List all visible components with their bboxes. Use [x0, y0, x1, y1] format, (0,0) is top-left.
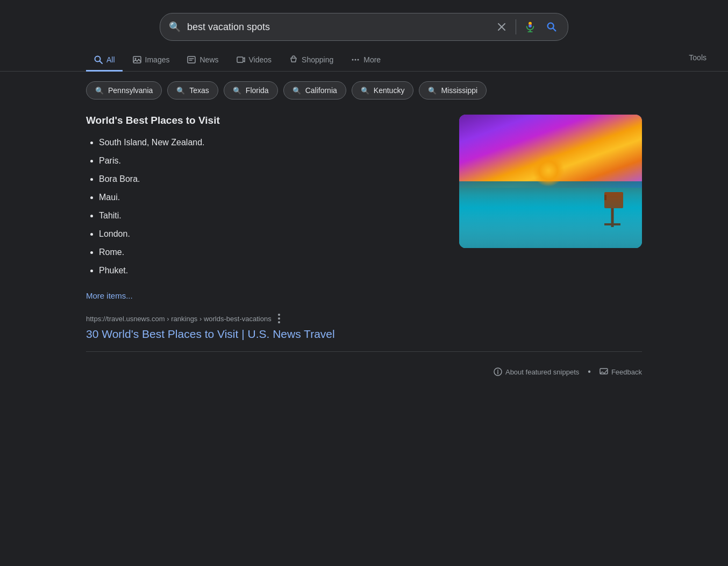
svg-rect-4: [529, 24, 532, 27]
search-submit-button[interactable]: [544, 19, 559, 34]
chip-search-icon-kentucky: 🔍: [361, 87, 369, 95]
svg-line-10: [100, 61, 103, 64]
svg-line-8: [553, 28, 555, 31]
featured-snippet: World's Best Places to Visit South Islan…: [86, 115, 446, 301]
list-item: Maui.: [99, 191, 446, 204]
feedback-icon: [599, 367, 608, 376]
shopping-icon: [289, 55, 298, 65]
snippet-title: World's Best Places to Visit: [86, 115, 446, 126]
search-bar-divider: [516, 19, 516, 34]
nav-tabs: All Images News V: [0, 45, 728, 72]
list-item: Tahiti.: [99, 209, 446, 222]
tools-button[interactable]: Tools: [689, 53, 728, 67]
about-snippets-label: About featured snippets: [505, 368, 579, 376]
chip-california[interactable]: 🔍 California: [283, 81, 346, 100]
chip-label-pennsylvania: Pennsylvania: [108, 86, 153, 95]
tab-more-label: More: [363, 55, 381, 64]
image-overlay: [459, 195, 642, 248]
list-item: Phuket.: [99, 264, 446, 277]
tab-images-label: Images: [145, 55, 170, 64]
source-options-button[interactable]: [276, 312, 282, 326]
more-items-link[interactable]: More items...: [86, 291, 133, 300]
list-item: London.: [99, 228, 446, 240]
list-item: South Island, New Zealand.: [99, 136, 446, 149]
list-item: Paris.: [99, 154, 446, 167]
source-url: https://travel.usnews.com › rankings › w…: [86, 312, 642, 326]
svg-point-17: [352, 59, 354, 61]
microphone-button[interactable]: [523, 19, 538, 34]
clear-search-button[interactable]: [494, 19, 509, 34]
feedback-button[interactable]: Feedback: [599, 367, 642, 376]
tab-all-label: All: [106, 55, 115, 64]
svg-rect-3: [529, 22, 532, 25]
svg-rect-13: [188, 56, 195, 63]
svg-point-26: [497, 370, 498, 371]
images-icon: [132, 55, 142, 65]
tab-more[interactable]: More: [343, 49, 388, 72]
search-bar-area: 🔍 best vacation spots: [0, 0, 728, 41]
list-item: Rome.: [99, 246, 446, 259]
chip-search-icon-florida: 🔍: [233, 87, 241, 95]
snippet-image: [459, 115, 642, 248]
source-section: https://travel.usnews.com › rankings › w…: [0, 301, 728, 341]
tab-shopping[interactable]: Shopping: [281, 49, 341, 72]
chip-search-icon-texas: 🔍: [176, 87, 185, 95]
news-icon: [187, 55, 196, 65]
source-url-text: https://travel.usnews.com › rankings › w…: [86, 315, 272, 323]
chip-label-california: California: [305, 86, 337, 95]
more-icon: [351, 55, 360, 65]
svg-point-18: [355, 59, 356, 61]
tab-news-label: News: [199, 55, 218, 64]
search-bar-query-icon: 🔍: [169, 21, 181, 33]
search-bar-icons: [494, 19, 559, 34]
svg-rect-16: [237, 57, 243, 62]
tab-videos[interactable]: Videos: [229, 49, 280, 72]
search-bar[interactable]: 🔍 best vacation spots: [160, 13, 568, 41]
feedback-label: Feedback: [611, 368, 642, 376]
all-icon: [94, 55, 103, 65]
main-content: World's Best Places to Visit South Islan…: [0, 109, 728, 301]
dot-separator: •: [588, 367, 591, 377]
svg-point-19: [358, 59, 359, 61]
chip-florida[interactable]: 🔍 Florida: [224, 81, 278, 100]
bottom-bar: About featured snippets • Feedback: [0, 363, 728, 381]
info-icon: [494, 367, 502, 376]
chip-mississippi[interactable]: 🔍 Mississippi: [419, 81, 487, 100]
source-title-link[interactable]: 30 World's Best Places to Visit | U.S. N…: [86, 328, 642, 341]
chip-label-mississippi: Mississippi: [441, 86, 477, 95]
tab-all[interactable]: All: [86, 49, 123, 72]
videos-icon: [236, 55, 246, 65]
chip-label-florida: Florida: [246, 86, 269, 95]
chip-kentucky[interactable]: 🔍 Kentucky: [352, 81, 414, 100]
search-query-text: best vacation spots: [187, 22, 488, 33]
search-chips: 🔍 Pennsylvania 🔍 Texas 🔍 Florida 🔍 Calif…: [0, 72, 728, 109]
chip-label-texas: Texas: [189, 86, 209, 95]
chip-label-kentucky: Kentucky: [374, 86, 405, 95]
snippet-image-container: [459, 115, 642, 301]
chip-search-icon-pennsylvania: 🔍: [95, 87, 104, 95]
snippet-list: South Island, New Zealand. Paris. Bora B…: [86, 136, 446, 277]
bottom-divider: [86, 351, 642, 352]
chip-search-icon-mississippi: 🔍: [428, 87, 437, 95]
tab-images[interactable]: Images: [125, 49, 177, 72]
tab-videos-label: Videos: [249, 55, 272, 64]
svg-rect-11: [133, 56, 141, 63]
chip-search-icon-california: 🔍: [292, 87, 301, 95]
image-sun: [532, 154, 565, 187]
chip-pennsylvania[interactable]: 🔍 Pennsylvania: [86, 81, 162, 100]
tab-shopping-label: Shopping: [302, 55, 333, 64]
chip-texas[interactable]: 🔍 Texas: [167, 81, 218, 100]
about-snippets-button[interactable]: About featured snippets: [494, 367, 579, 376]
list-item: Bora Bora.: [99, 173, 446, 186]
tab-news[interactable]: News: [179, 49, 226, 72]
